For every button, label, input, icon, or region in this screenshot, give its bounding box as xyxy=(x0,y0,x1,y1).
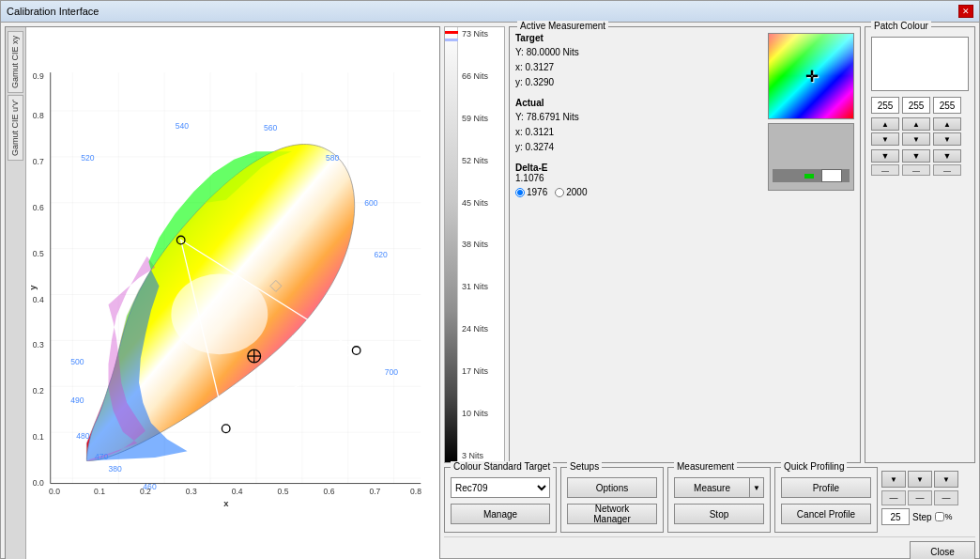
svg-text:0.8: 0.8 xyxy=(410,487,421,496)
nits-31: 31 Nits xyxy=(462,282,488,291)
measure-button[interactable]: Measure xyxy=(674,477,749,498)
radio-2000-label[interactable]: 2000 xyxy=(555,187,587,197)
r-value[interactable]: 255 xyxy=(871,97,899,114)
delta-e-label: Delta-E xyxy=(515,163,760,173)
bottom-right-controls: ▼ ▼ ▼ — — — 25 Step xyxy=(881,467,975,533)
svg-text:0.5: 0.5 xyxy=(33,249,44,258)
manage-button[interactable]: Manage xyxy=(451,504,550,524)
r-ctrl1[interactable]: ▼ xyxy=(871,149,899,163)
r-dash: — xyxy=(871,164,899,176)
down-arrows-row: ▼ ▼ ▼ xyxy=(871,132,969,146)
arrow-down-2[interactable]: ▼ xyxy=(908,471,932,488)
cancel-profile-button[interactable]: Cancel Profile xyxy=(781,504,871,524)
measure-dropdown-arrow[interactable]: ▼ xyxy=(749,477,764,498)
svg-text:0.6: 0.6 xyxy=(323,487,334,496)
arrow-down-1[interactable]: ▼ xyxy=(881,471,906,488)
b-spinner: 255 xyxy=(933,97,961,114)
measure-btn-group: Measure ▼ xyxy=(674,477,764,498)
svg-text:0.7: 0.7 xyxy=(33,157,44,166)
nits-52: 52 Nits xyxy=(462,156,488,165)
radio-2000[interactable] xyxy=(555,188,564,197)
nits-73: 73 Nits xyxy=(462,29,488,39)
cie-diagram-area: 380 460 470 480 490 500 520 540 560 580 … xyxy=(26,27,439,559)
nits-3: 3 Nits xyxy=(462,451,488,460)
quick-profiling-title: Quick Profiling xyxy=(781,461,847,472)
gray-patch xyxy=(768,123,854,191)
bottom-sections-row: Colour Standard Target Rec709 sRGB DCI-P… xyxy=(444,467,975,533)
top-row: 73 Nits 66 Nits 59 Nits 52 Nits 45 Nits … xyxy=(444,26,975,463)
tab-gamut-cie-uv[interactable]: Gamut CIE u'v' xyxy=(8,95,23,161)
target-y: Y: 80.0000 Nits xyxy=(515,45,760,60)
network-manager-button[interactable]: Network Manager xyxy=(567,504,657,524)
svg-text:700: 700 xyxy=(385,367,399,377)
svg-text:0.1: 0.1 xyxy=(94,487,105,496)
svg-text:520: 520 xyxy=(81,153,95,163)
percent-checkbox[interactable] xyxy=(935,512,944,521)
svg-text:380: 380 xyxy=(108,464,122,474)
target-block: Target Y: 80.0000 Nits x: 0.3127 y: 0.32… xyxy=(515,33,760,90)
g-down-button[interactable]: ▼ xyxy=(902,132,930,146)
arrow-down-3[interactable]: ▼ xyxy=(934,471,958,488)
cie-chart-panel: Gamut CIE xy Gamut CIE u'v' xyxy=(5,26,440,559)
svg-text:x: x xyxy=(223,498,229,508)
close-button[interactable]: Close xyxy=(910,541,975,559)
measurement-text-data: Target Y: 80.0000 Nits x: 0.3127 y: 0.32… xyxy=(515,33,760,197)
main-content: Gamut CIE xy Gamut CIE u'v' xyxy=(1,23,979,559)
svg-text:560: 560 xyxy=(264,123,278,132)
svg-text:0.3: 0.3 xyxy=(33,340,44,349)
svg-text:0.2: 0.2 xyxy=(140,487,151,496)
b-ctrl1[interactable]: ▼ xyxy=(933,149,961,163)
close-button-row: Close xyxy=(444,536,975,559)
percent-checkbox-label[interactable]: % xyxy=(935,512,953,521)
colour-standard-select[interactable]: Rec709 sRGB DCI-P3 BT.2020 xyxy=(451,477,550,498)
extra-controls-row1: ▼ ▼ ▼ xyxy=(871,149,969,163)
close-window-button[interactable]: ✕ xyxy=(958,5,973,18)
patch-white-display xyxy=(871,37,969,91)
g-value[interactable]: 255 xyxy=(902,97,930,114)
measurement-title: Measurement xyxy=(674,461,737,472)
actual-label: Actual xyxy=(515,98,760,108)
step-row: 25 Step % xyxy=(881,508,975,525)
actual-y2: y: 0.3274 xyxy=(515,140,760,155)
tab-gamut-cie-xy[interactable]: Gamut CIE xy xyxy=(8,31,23,93)
white-patch xyxy=(821,169,842,182)
target-y2: y: 0.3290 xyxy=(515,75,760,90)
r-down-button[interactable]: ▼ xyxy=(871,132,899,146)
radio-1976[interactable] xyxy=(515,188,525,197)
svg-text:0.4: 0.4 xyxy=(232,487,243,496)
radio-1976-label[interactable]: 1976 xyxy=(515,187,547,197)
svg-text:0.8: 0.8 xyxy=(33,111,44,120)
color-patches: ✛ xyxy=(768,33,854,197)
profile-button[interactable]: Profile xyxy=(781,477,871,498)
green-marker xyxy=(804,174,814,179)
colour-standard-title: Colour Standard Target xyxy=(451,461,553,472)
active-measurement-title: Active Measurement xyxy=(517,21,608,31)
dash-2: — xyxy=(908,490,932,505)
b-down-button[interactable]: ▼ xyxy=(933,132,961,146)
r-up-button[interactable]: ▲ xyxy=(871,117,899,131)
options-button[interactable]: Options xyxy=(567,477,657,498)
rgb-spinners: 255 255 255 xyxy=(871,97,969,114)
b-up-button[interactable]: ▲ xyxy=(933,117,961,131)
extra-controls-row2: — — — xyxy=(871,164,969,176)
percent-label: % xyxy=(945,512,953,521)
svg-text:0.1: 0.1 xyxy=(33,432,44,442)
step-value[interactable]: 25 xyxy=(881,508,910,525)
nits-column: 73 Nits 66 Nits 59 Nits 52 Nits 45 Nits … xyxy=(444,26,505,463)
title-bar: Calibration Interface ✕ xyxy=(1,1,979,23)
svg-text:540: 540 xyxy=(176,121,190,131)
actual-x: x: 0.3121 xyxy=(515,125,760,140)
radio-2000-text: 2000 xyxy=(566,187,587,197)
dash-btns-row: — — — xyxy=(881,490,975,505)
g-up-button[interactable]: ▲ xyxy=(902,117,930,131)
delta-e-value: 1.1076 xyxy=(515,173,760,183)
nits-66: 66 Nits xyxy=(462,71,488,81)
actual-y: Y: 78.6791 Nits xyxy=(515,110,760,125)
b-value[interactable]: 255 xyxy=(933,97,961,114)
svg-text:0.9: 0.9 xyxy=(33,71,44,81)
svg-text:620: 620 xyxy=(375,250,389,259)
g-ctrl1[interactable]: ▼ xyxy=(902,149,930,163)
color-picker-patch: ✛ xyxy=(768,33,854,119)
stop-button[interactable]: Stop xyxy=(674,504,764,524)
svg-text:470: 470 xyxy=(95,452,109,461)
